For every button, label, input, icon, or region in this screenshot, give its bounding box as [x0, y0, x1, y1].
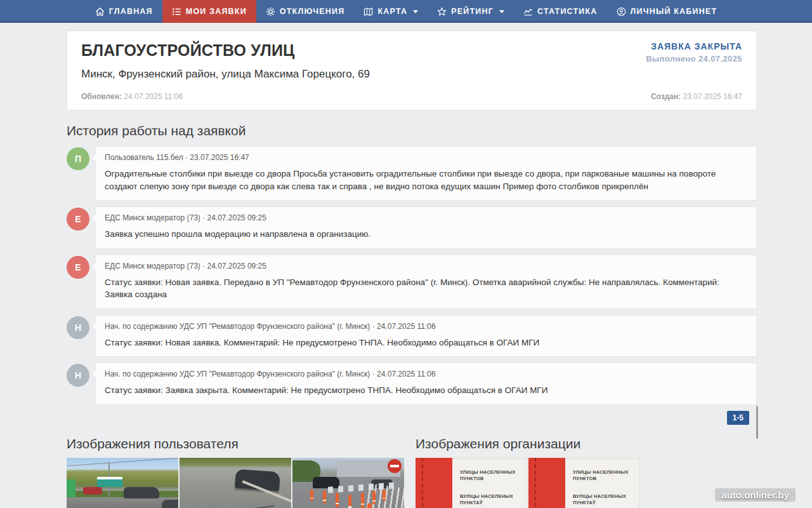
entry-author-date: Нач. по содержанию УДС УП "Ремавтодор Фр… [105, 322, 747, 331]
user-photo-3[interactable] [292, 458, 404, 508]
request-info: БЛАГОУСТРОЙСТВО УЛИЦ Минск, Фрунзенский … [81, 41, 370, 101]
pagination-badge[interactable]: 1-5 [727, 411, 749, 425]
watermark: auto.onliner.by [715, 488, 796, 502]
org-images-column: Изображения организации УЛИЦЫ НАСЕЛЕННЫХ… [416, 436, 757, 508]
page: ГЛАВНАЯ МОИ ЗАЯВКИ ОТКЛЮЧЕНИЯ КАРТА Р [0, 0, 812, 508]
user-photo-2[interactable] [180, 458, 291, 508]
user-icon [617, 7, 626, 17]
user-images-column: Изображения пользователя [67, 436, 404, 508]
avatar: Н [67, 316, 89, 339]
nav-item-label: МОИ ЗАЯВКИ [186, 7, 247, 16]
sign-red-stripe [416, 458, 452, 508]
history-entry: Н Нач. по содержанию УДС УП "Ремавтодор … [67, 363, 757, 405]
history-entry-card: ЕДС Минск модератор (73) · 24.07.2025 09… [95, 255, 757, 309]
sign-text-ru: УЛИЦЫ НАСЕЛЕННЫХ ПУНКТОВ [573, 469, 634, 483]
org-photo-2[interactable]: УЛИЦЫ НАСЕЛЕННЫХ ПУНКТОВ ВУЛІЦЫ НАСЕЛЕНЫ… [528, 458, 640, 508]
star-icon [437, 7, 447, 17]
nav-item-label: ГЛАВНАЯ [109, 7, 153, 16]
entry-author-date: Пользователь 115.бел · 23.07.2025 16:47 [105, 153, 747, 162]
home-icon [95, 7, 105, 17]
entry-text: Статус заявки: Новая заявка. Передано в … [105, 276, 747, 301]
entry-text: Оградительные столбики при выезде со дво… [105, 168, 747, 192]
history-entry: Е ЕДС Минск модератор (73) · 24.07.2025 … [67, 255, 757, 309]
top-navigation: ГЛАВНАЯ МОИ ЗАЯВКИ ОТКЛЮЧЕНИЯ КАРТА Р [0, 0, 812, 23]
nav-item-label: РЕЙТИНГ [451, 7, 494, 16]
chevron-down-icon [413, 10, 418, 13]
entry-text: Заявка успешно прошла модерацию и направ… [105, 228, 747, 241]
history-entry-card: Пользователь 115.бел · 23.07.2025 16:47 … [95, 146, 757, 201]
nav-item-account[interactable]: ЛИЧНЫЙ КАБИНЕТ [607, 0, 727, 23]
org-images-title: Изображения организации [416, 436, 757, 451]
entry-author-date: ЕДС Минск модератор (73) · 24.07.2025 09… [105, 262, 747, 271]
sign-text-ru: УЛИЦЫ НАСЕЛЕННЫХ ПУНКТОВ [460, 469, 521, 483]
updated-label: Обновлен: [81, 92, 122, 101]
avatar: Е [67, 208, 89, 231]
history-entry-card: ЕДС Минск модератор (73) · 24.07.2025 09… [95, 206, 757, 249]
created-timestamp: Создан: 23.07.2025 16:47 [651, 92, 742, 101]
gear-icon [266, 7, 275, 17]
avatar: Е [67, 256, 89, 279]
updated-value: 24.07.2025 11:06 [124, 92, 183, 101]
created-label: Создан: [651, 92, 681, 101]
nav-item-statistics[interactable]: СТАТИСТИКА [514, 0, 607, 23]
avatar: Н [67, 364, 89, 387]
main-content: БЛАГОУСТРОЙСТВО УЛИЦ Минск, Фрунзенский … [67, 30, 757, 508]
history-entry-card: Нач. по содержанию УДС УП "Ремавтодор Фр… [95, 315, 757, 358]
entry-author-date: ЕДС Минск модератор (73) · 24.07.2025 09… [105, 213, 747, 222]
stats-icon [523, 7, 533, 17]
status-completed-date: Выполнено 24.07.2025 [646, 54, 742, 64]
nav-item-label: КАРТА [377, 7, 407, 16]
request-header-card: БЛАГОУСТРОЙСТВО УЛИЦ Минск, Фрунзенский … [67, 30, 757, 110]
list-icon [172, 7, 181, 17]
entry-text: Статус заявки: Заявка закрыта. Комментар… [105, 384, 747, 397]
history-entry: Н Нач. по содержанию УДС УП "Ремавтодор … [67, 315, 757, 358]
history-entry: Е ЕДС Минск модератор (73) · 24.07.2025 … [67, 206, 757, 249]
request-status-block: ЗАЯВКА ЗАКРЫТА Выполнено 24.07.2025 Созд… [646, 41, 742, 101]
org-photo-1[interactable]: УЛИЦЫ НАСЕЛЕННЫХ ПУНКТОВ ВУЛІЦЫ НАСЕЛЕНЫ… [416, 458, 527, 508]
user-photo-1[interactable] [67, 458, 178, 508]
chevron-down-icon [499, 10, 504, 13]
history-section-title: История работы над заявкой [67, 123, 757, 138]
nav-item-home[interactable]: ГЛАВНАЯ [86, 0, 162, 23]
images-section: Изображения пользователя [67, 436, 757, 508]
sign-text-by: ВУЛІЦЫ НАСЕЛЕНЫХ ПУНКТАЎ [460, 493, 521, 507]
nav-item-label: СТАТИСТИКА [537, 7, 598, 16]
nav-item-label: ОТКЛЮЧЕНИЯ [280, 7, 345, 16]
sign-red-stripe [528, 458, 565, 508]
sign-text-by: ВУЛІЦЫ НАСЕЛЕНЫХ ПУНКТАЎ [573, 493, 634, 507]
history-entry-card: Нач. по содержанию УДС УП "Ремавтодор Фр… [95, 363, 757, 405]
nav-item-label: ЛИЧНЫЙ КАБИНЕТ [631, 7, 717, 16]
vertical-scrollbar[interactable] [756, 406, 758, 439]
user-images-row [67, 458, 404, 508]
history-pagination: 1-5 [67, 411, 757, 432]
user-images-title: Изображения пользователя [67, 436, 404, 451]
created-value: 23.07.2025 16:47 [683, 92, 742, 101]
updated-timestamp: Обновлен: 24.07.2025 11:06 [81, 83, 370, 101]
map-icon [363, 7, 373, 17]
entry-text: Статус заявки: Новая заявка. Комментарий… [105, 337, 747, 349]
request-address: Минск, Фрунзенский район, улица Максима … [81, 68, 370, 81]
page-title: БЛАГОУСТРОЙСТВО УЛИЦ [81, 41, 370, 60]
nav-item-rating[interactable]: РЕЙТИНГ [428, 0, 514, 23]
entry-author-date: Нач. по содержанию УДС УП "Ремавтодор Фр… [105, 370, 747, 378]
status-badge: ЗАЯВКА ЗАКРЫТА [651, 41, 742, 51]
nav-item-outages[interactable]: ОТКЛЮЧЕНИЯ [256, 0, 355, 23]
org-images-row: УЛИЦЫ НАСЕЛЕННЫХ ПУНКТОВ ВУЛІЦЫ НАСЕЛЕНЫ… [416, 458, 757, 508]
avatar: П [67, 147, 89, 170]
nav-item-map[interactable]: КАРТА [354, 0, 428, 23]
nav-item-my-requests[interactable]: МОИ ЗАЯВКИ [162, 0, 256, 23]
history-entry: П Пользователь 115.бел · 23.07.2025 16:4… [67, 146, 757, 201]
